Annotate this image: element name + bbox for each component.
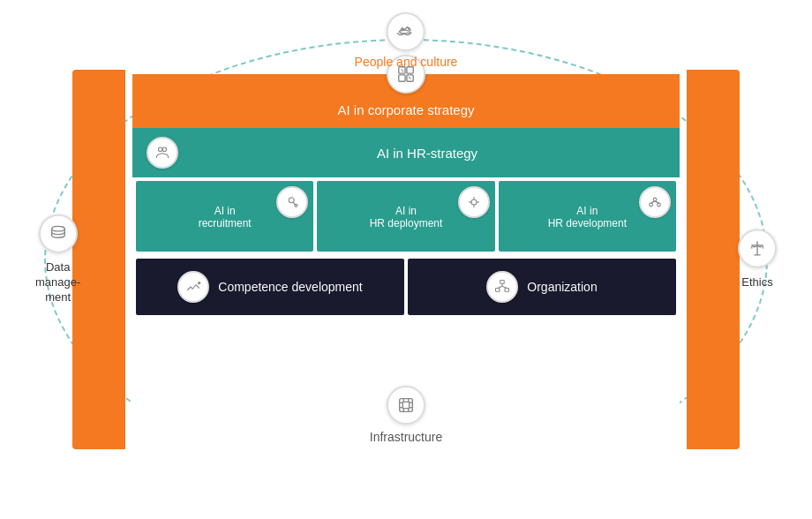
svg-line-24 [650,201,655,203]
hr-strategy-row: AI in HR-strategy [132,128,680,177]
svg-point-22 [650,203,653,207]
competence-icon [177,271,209,303]
top-element: People and culture [355,12,458,69]
hr-strategy-icon [147,137,178,169]
svg-rect-30 [505,289,509,292]
development-label: AI inHR development [548,205,627,229]
svg-line-25 [655,201,659,203]
competence-label: Competence development [218,280,362,294]
organization-icon [486,271,518,303]
svg-rect-8 [399,75,405,81]
data-management-label: Datamanage-ment [35,260,80,305]
svg-point-21 [653,198,657,201]
corp-strategy-label: AI in corporate strategy [337,102,474,117]
right-orange-bar [687,70,740,449]
development-box: AI inHR development [499,181,676,252]
svg-point-23 [658,203,661,207]
svg-line-10 [402,70,404,72]
data-management-element: Datamanage-ment [35,214,80,305]
ethics-element: Ethics [738,229,777,290]
svg-line-11 [409,77,411,79]
organization-box: Organization [408,259,676,315]
organization-label: Organization [527,280,597,294]
main-content-area: AI in corporate strategy AI in HR-strate… [132,74,680,507]
infrastructure-label: Infrastructure [370,430,442,444]
svg-rect-34 [400,398,413,411]
three-col-row: AI inrecruitment AI inHR deployment [132,177,680,255]
infrastructure-icon [387,386,425,425]
deployment-box: AI inHR deployment [317,181,494,252]
data-management-icon [39,214,78,253]
svg-rect-29 [496,289,500,292]
svg-rect-28 [500,281,505,284]
diagram-wrapper: People and culture Datamanage-ment [18,12,794,507]
recruitment-icon [276,186,308,218]
development-icon [639,186,671,218]
svg-point-2 [51,226,64,231]
svg-point-1 [408,27,410,30]
dark-row: Competence development Organization [132,255,680,319]
svg-point-16 [471,199,477,205]
infrastructure-section: Infrastructure [132,319,680,507]
deployment-icon [458,186,490,218]
svg-point-14 [289,198,295,203]
svg-line-32 [498,286,502,288]
ethics-icon [738,229,777,268]
hr-strategy-label: AI in HR-strategy [189,146,665,161]
svg-point-12 [159,147,163,152]
ethics-label: Ethics [741,275,772,290]
recruitment-box: AI inrecruitment [136,181,313,252]
people-culture-label: People and culture [355,55,458,69]
people-culture-icon [387,12,425,51]
svg-line-33 [502,286,507,288]
competence-box: Competence development [136,259,404,315]
recruitment-label: AI inrecruitment [199,205,252,229]
svg-rect-35 [402,402,409,408]
corp-strategy-section: AI in corporate strategy [132,74,680,128]
deployment-label: AI inHR deployment [370,205,443,229]
svg-point-13 [162,147,167,152]
